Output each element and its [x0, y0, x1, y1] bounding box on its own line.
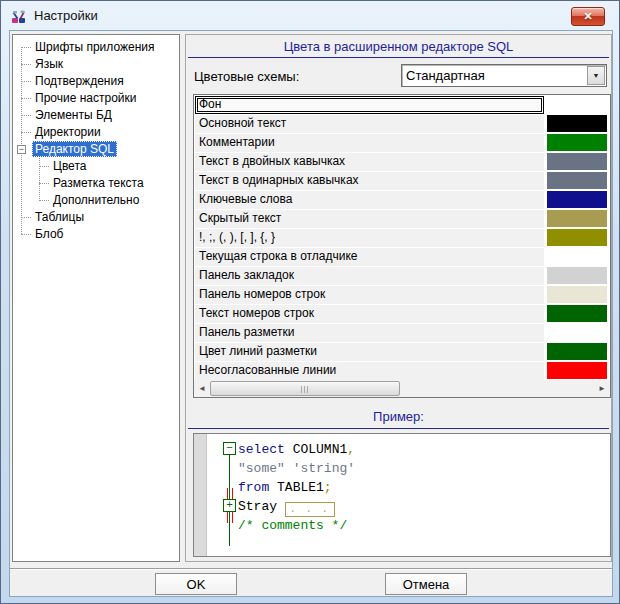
sidebar-item-label[interactable]: Цвета — [50, 158, 89, 174]
color-item-row[interactable]: Панель разметки — [194, 323, 610, 342]
scroll-left-icon[interactable]: ◄ — [194, 380, 210, 397]
sidebar-item[interactable]: −Редактор SQL — [13, 141, 179, 158]
sidebar-item[interactable]: Язык — [13, 56, 179, 73]
sidebar-item[interactable]: Подтверждения — [13, 73, 179, 90]
fold-collapse-icon[interactable]: − — [223, 442, 236, 455]
scrollbar-thumb[interactable] — [210, 381, 400, 396]
color-item-label[interactable]: Основной текст — [195, 115, 544, 133]
color-swatch[interactable] — [547, 324, 607, 341]
color-swatch[interactable] — [547, 134, 607, 151]
sidebar-item[interactable]: Элементы БД — [13, 107, 179, 124]
color-item-row[interactable]: Текст в двойных кавычках — [194, 152, 610, 171]
sidebar-item-label[interactable]: Директории — [32, 124, 104, 140]
sidebar-item[interactable]: Директории — [13, 124, 179, 141]
color-item-label[interactable]: Текст в одинарных кавычках — [195, 172, 544, 190]
color-item-row[interactable]: Текст в одинарных кавычках — [194, 171, 610, 190]
sidebar-item-label[interactable]: Редактор SQL — [32, 141, 117, 157]
mismatch-line — [227, 512, 228, 523]
color-item-label[interactable]: Цвет линий разметки — [195, 343, 544, 361]
tree-expander-icon[interactable]: − — [17, 145, 26, 154]
color-item-row[interactable]: Комментарии — [194, 133, 610, 152]
sidebar-item[interactable]: Дополнительно — [13, 192, 179, 209]
color-swatch[interactable] — [547, 286, 607, 303]
color-item-row[interactable]: Панель номеров строк — [194, 285, 610, 304]
color-swatch[interactable] — [547, 343, 607, 360]
fold-expand-icon[interactable]: + — [223, 499, 236, 512]
identifier-token: Stray — [238, 499, 277, 514]
color-swatch[interactable] — [547, 229, 607, 246]
color-swatch[interactable] — [547, 115, 607, 132]
sidebar-item-label[interactable]: Язык — [32, 56, 66, 72]
sidebar-item[interactable]: Блоб — [13, 226, 179, 243]
color-item-label[interactable]: Панель номеров строк — [195, 286, 544, 304]
color-swatch[interactable] — [547, 191, 607, 208]
color-swatch[interactable] — [547, 210, 607, 227]
code-line: "some" 'string' — [238, 459, 608, 478]
color-item-row[interactable]: Скрытый текст — [194, 209, 610, 228]
color-swatch[interactable] — [547, 305, 607, 322]
color-item-row[interactable]: Ключевые слова — [194, 190, 610, 209]
color-swatch[interactable] — [547, 96, 607, 113]
code-line: Stray . . . — [238, 497, 608, 516]
color-item-label[interactable]: Несогласованные линии — [195, 362, 544, 380]
color-item-row[interactable]: Фон — [194, 95, 610, 114]
color-item-row[interactable]: Основной текст — [194, 114, 610, 133]
tree-connector — [21, 115, 31, 116]
sidebar-item[interactable]: Разметка текста — [13, 175, 179, 192]
color-item-row[interactable]: Текущая строка в отладчике — [194, 247, 610, 266]
sidebar-item[interactable]: Таблицы — [13, 209, 179, 226]
sidebar-item-label[interactable]: Подтверждения — [32, 73, 127, 89]
line-numbers-panel — [194, 434, 207, 556]
tree-connector — [39, 166, 49, 167]
color-swatch[interactable] — [547, 172, 607, 189]
color-item-label[interactable]: Скрытый текст — [195, 210, 544, 228]
color-item-label[interactable]: Текст номеров строк — [195, 305, 544, 323]
color-item-row[interactable]: Несогласованные линии — [194, 361, 610, 380]
color-item-label[interactable]: Текущая строка в отладчике — [195, 248, 544, 266]
color-item-label[interactable]: Фон — [195, 96, 544, 114]
tree-connector — [39, 200, 49, 201]
scroll-right-icon[interactable]: ► — [594, 380, 610, 397]
identifier-token: COLUMN1 — [293, 442, 348, 457]
comment-token: /* comments */ — [238, 518, 347, 533]
color-swatch[interactable] — [547, 362, 607, 379]
sidebar-item[interactable]: Шрифты приложения — [13, 39, 179, 56]
sidebar-item-label[interactable]: Разметка текста — [50, 175, 147, 191]
sidebar-item-label[interactable]: Таблицы — [32, 209, 87, 225]
color-item-label[interactable]: Панель разметки — [195, 324, 544, 342]
color-swatch[interactable] — [547, 248, 607, 265]
fold-margin: − + — [208, 434, 234, 556]
sidebar-item-label[interactable]: Элементы БД — [32, 107, 115, 123]
color-scheme-select[interactable]: Стандартная ▼ — [401, 64, 607, 87]
color-item-label[interactable]: Панель закладок — [195, 267, 544, 285]
window-title: Настройки — [34, 8, 98, 23]
horizontal-scrollbar[interactable]: ◄ ► — [194, 380, 610, 397]
color-item-label[interactable]: Ключевые слова — [195, 191, 544, 209]
color-item-label[interactable]: Текст в двойных кавычках — [195, 153, 544, 171]
hidden-text: . . . — [290, 504, 330, 515]
sidebar-item-label[interactable]: Дополнительно — [50, 192, 142, 208]
example-label: Пример: — [186, 409, 611, 424]
color-item-row[interactable]: Текст номеров строк — [194, 304, 610, 323]
sidebar-item-label[interactable]: Прочие настройки — [32, 90, 139, 106]
color-item-label[interactable]: !, ;, (, ), [, ], {, } — [195, 229, 544, 247]
close-icon: ✕ — [583, 10, 592, 23]
sidebar-item-label[interactable]: Блоб — [32, 226, 66, 242]
color-swatch[interactable] — [547, 153, 607, 170]
combo-dropdown-button[interactable]: ▼ — [587, 66, 605, 85]
title-bar[interactable]: Настройки ✕ — [1, 1, 619, 30]
color-item-row[interactable]: Панель закладок — [194, 266, 610, 285]
color-item-row[interactable]: Цвет линий разметки — [194, 342, 610, 361]
settings-tree[interactable]: Шрифты приложенияЯзыкПодтвержденияПрочие… — [12, 34, 180, 562]
sidebar-item-label[interactable]: Шрифты приложения — [32, 39, 158, 55]
close-button[interactable]: ✕ — [571, 7, 605, 26]
sidebar-item[interactable]: Цвета — [13, 158, 179, 175]
footer-separator — [10, 568, 612, 570]
ok-button[interactable]: OK — [155, 573, 237, 595]
color-item-row[interactable]: !, ;, (, ), [, ], {, } — [194, 228, 610, 247]
cancel-button[interactable]: Отмена — [385, 573, 467, 595]
color-swatch[interactable] — [547, 267, 607, 284]
color-item-label[interactable]: Комментарии — [195, 134, 544, 152]
sidebar-item[interactable]: Прочие настройки — [13, 90, 179, 107]
color-items-list[interactable]: ФонОсновной текстКомментарииТекст в двой… — [193, 94, 611, 398]
